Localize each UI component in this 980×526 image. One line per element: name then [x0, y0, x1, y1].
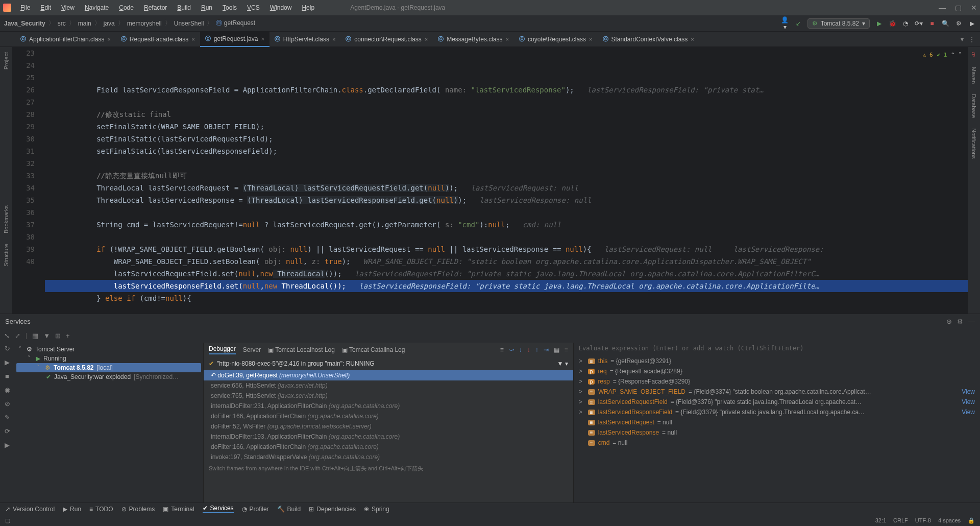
code-line[interactable] [45, 157, 968, 170]
code-line[interactable]: setFinalStatic(lastServicedRequestField)… [45, 133, 968, 145]
reload-icon[interactable]: ⟳ [5, 427, 10, 435]
stop-icon[interactable]: ■ [928, 20, 936, 27]
profiler-tool[interactable]: ◔ Profiler [242, 506, 269, 513]
variable-row[interactable]: ≡ lastServicedResponse = null [574, 427, 980, 438]
tab-localhost-log[interactable]: ▣ Tomcat Localhost Log [268, 346, 335, 353]
layout-icon[interactable]: ✎ [5, 414, 10, 421]
menu-build[interactable]: Build [172, 4, 196, 11]
menu-vcs[interactable]: VCS [242, 4, 265, 11]
mute-breakpoints-icon[interactable]: ⊘ [5, 400, 10, 408]
view-link[interactable]: View [962, 388, 975, 395]
build-tool[interactable]: 🔨 Build [277, 506, 301, 513]
bookmarks-tool[interactable]: Bookmarks [3, 205, 9, 233]
menu-navigate[interactable]: Navigate [80, 4, 114, 11]
evaluate-icon[interactable]: ▦ [554, 346, 559, 353]
menu-code[interactable]: Code [114, 4, 139, 11]
todo-tool[interactable]: ≡ TODO [89, 506, 113, 513]
code-line[interactable]: lastServicedResponseField.set(null,new T… [45, 280, 968, 292]
menu-tools[interactable]: Tools [217, 4, 242, 11]
code-line[interactable]: String cmd = lastServicedRequest!=null ?… [45, 219, 968, 231]
stack-frame[interactable]: internalDoFilter:231, ApplicationFilterC… [204, 401, 573, 411]
maven-label[interactable]: Maven [971, 67, 977, 84]
services-tool[interactable]: ✔ Services [203, 505, 234, 513]
variable-row[interactable]: >≡ this = {getRequest@3291} [574, 356, 980, 366]
debug-icon[interactable]: 🐞 [888, 20, 896, 27]
readonly-icon[interactable]: 🔒 [968, 517, 975, 524]
settings-icon[interactable]: ⚙ [954, 20, 963, 27]
rerun-icon[interactable]: ↻ [5, 345, 10, 352]
learn-icon[interactable]: ▶ [968, 20, 976, 27]
menu-edit[interactable]: Edit [35, 4, 56, 11]
breadcrumb[interactable]: memoryshell [127, 20, 162, 27]
terminal-tool[interactable]: ▣ Terminal [163, 506, 194, 513]
run-icon[interactable]: ▶ [875, 20, 883, 27]
breadcrumb[interactable]: main [78, 20, 91, 27]
caret-pos[interactable]: 32:1 [875, 517, 886, 524]
more-icon[interactable]: ≡ [565, 346, 568, 353]
code-editor[interactable]: 232425262728293031323334353637383940 ⚠ 6… [12, 47, 968, 314]
code-line[interactable]: WRAP_SAME_OBJECT_FIELD.setBoolean( obj: … [45, 255, 968, 268]
line-sep[interactable]: CRLF [893, 517, 908, 524]
close-tab-icon[interactable]: × [691, 36, 694, 42]
menu-view[interactable]: View [56, 4, 80, 11]
structure-tool[interactable]: Structure [3, 244, 9, 267]
close-icon[interactable]: ✕ [971, 4, 977, 12]
stack-frame[interactable]: doFilter:166, ApplicationFilterChain (or… [204, 442, 573, 452]
code-line[interactable]: } else if (cmd!=null){ [45, 292, 968, 304]
editor-tab[interactable]: ⓒStandardContextValve.class× [598, 32, 699, 47]
add-icon[interactable]: + [66, 332, 70, 340]
services-tree[interactable]: ˅⚙Tomcat Server ˅▶Running ˅⚙Tomcat 8.5.8… [14, 343, 203, 508]
encoding[interactable]: UTF-8 [915, 517, 931, 524]
menu-refactor[interactable]: Refactor [139, 4, 172, 11]
notifications-tool[interactable]: Notifications [971, 128, 977, 159]
search-everywhere-icon[interactable]: 🔍 [941, 20, 949, 27]
inspection-widget[interactable]: ⚠ 6 ✔ 1 ^˅ [923, 49, 962, 61]
close-tab-icon[interactable]: × [589, 36, 592, 42]
breadcrumb[interactable]: Java_Security [4, 20, 45, 27]
code-line[interactable]: lastServicedRequestField.set(null,new Th… [45, 268, 968, 280]
menu-help[interactable]: Help [297, 4, 320, 11]
run-to-cursor-icon[interactable]: ⇥ [544, 346, 549, 353]
step-over-icon[interactable]: ⤻ [509, 346, 514, 353]
maximize-icon[interactable]: ▢ [955, 4, 962, 12]
editor-tab[interactable]: ⓒgetRequest.java× [200, 32, 270, 47]
editor-tab[interactable]: ⓒconnector\Request.class× [340, 32, 433, 47]
close-tab-icon[interactable]: × [261, 36, 264, 42]
variable-row[interactable]: >≡ WRAP_SAME_OBJECT_FIELD = {Field@3374}… [574, 387, 980, 397]
stop-debug-icon[interactable]: ■ [5, 372, 9, 380]
run-tool[interactable]: ▶ Run [63, 506, 81, 513]
stack-frame[interactable]: ↶ doGet:39, getRequest (memoryshell.Unse… [204, 370, 573, 380]
indent[interactable]: 4 spaces [938, 517, 961, 524]
close-tab-icon[interactable]: × [332, 36, 335, 42]
tab-debugger[interactable]: Debugger [209, 345, 236, 354]
editor-tab[interactable]: ⓒMessageBytes.class× [433, 32, 514, 47]
breadcrumb[interactable]: UnserShell [174, 20, 204, 27]
services-target-icon[interactable]: ⊕ [946, 318, 952, 325]
run-config-selector[interactable]: ⚙Tomcat 8.5.82▾ [807, 18, 870, 29]
variable-row[interactable]: >p resp = {ResponseFacade@3290} [574, 376, 980, 387]
user-icon[interactable]: 👤▾ [781, 16, 789, 31]
stack-frame[interactable]: internalDoFilter:193, ApplicationFilterC… [204, 432, 573, 442]
breadcrumb[interactable]: ⓜ getRequest [216, 19, 255, 28]
build-icon[interactable]: ↙ [794, 20, 802, 27]
tab-catalina-log[interactable]: ▣ Tomcat Catalina Log [342, 346, 405, 353]
maven-tool[interactable]: m [971, 52, 977, 57]
layout-icon[interactable]: ≡ [500, 346, 504, 353]
close-tab-icon[interactable]: × [425, 36, 428, 42]
variable-row[interactable]: >p req = {RequestFacade@3289} [574, 366, 980, 376]
editor-tab[interactable]: ⓒApplicationFilterChain.class× [15, 32, 116, 47]
close-tab-icon[interactable]: × [107, 36, 110, 42]
thread-selector[interactable]: ✔"http-nio-8080-exec-5"@2,416 in group "… [204, 357, 573, 370]
evaluate-input[interactable]: Evaluate expression (Enter) or add a wat… [574, 343, 980, 356]
code-line[interactable]: if (!WRAP_SAME_OBJECT_FIELD.getBoolean( … [45, 243, 968, 255]
view-link[interactable]: View [962, 398, 975, 405]
code-line[interactable]: setFinalStatic(lastServicedResponseField… [45, 145, 968, 157]
close-tab-icon[interactable]: × [191, 36, 194, 42]
menu-window[interactable]: Window [265, 4, 297, 11]
coverage-icon[interactable]: ◔ [901, 20, 910, 27]
problems-tool[interactable]: ⊘ Problems [121, 506, 155, 513]
editor-tab[interactable]: ⓒHttpServlet.class× [270, 32, 340, 47]
database-tool[interactable]: Database [971, 94, 977, 118]
stack-frame[interactable]: doFilter:52, WsFilter (org.apache.tomcat… [204, 421, 573, 432]
dependencies-tool[interactable]: ⊞ Dependencies [309, 506, 356, 513]
